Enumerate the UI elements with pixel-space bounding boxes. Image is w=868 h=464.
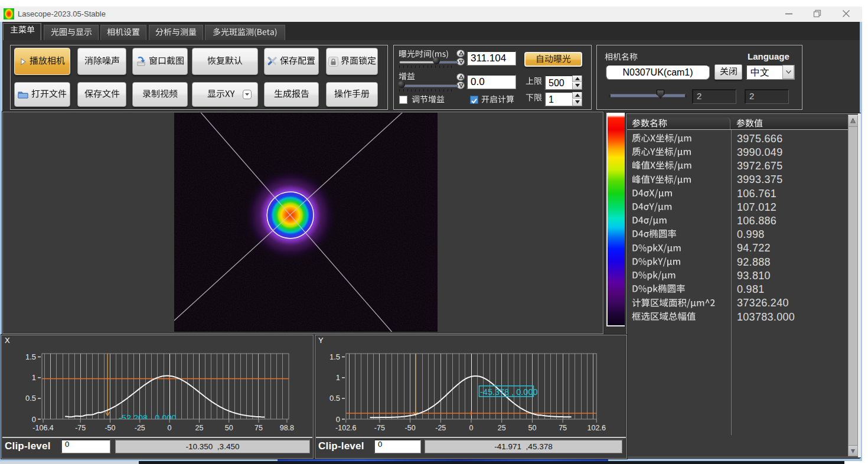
svg-text:1.5: 1.5 [25, 352, 36, 361]
svg-text:1.5: 1.5 [329, 352, 340, 361]
svg-text:50: 50 [225, 424, 233, 432]
svg-text:0: 0 [32, 415, 36, 424]
svg-text:102.6: 102.6 [588, 424, 606, 432]
svg-text:-25: -25 [135, 424, 145, 432]
svg-text:1: 1 [32, 373, 36, 382]
svg-text:50: 50 [528, 424, 536, 432]
svg-text:-25: -25 [435, 424, 446, 432]
svg-text:75: 75 [254, 424, 263, 432]
svg-text:0.5: 0.5 [329, 394, 340, 403]
svg-text:-52.208 , 0.000: -52.208 , 0.000 [119, 413, 177, 423]
svg-text:-50: -50 [405, 424, 416, 432]
svg-text:-50: -50 [105, 424, 115, 432]
svg-text:0.5: 0.5 [25, 394, 36, 403]
svg-text:75: 75 [559, 424, 567, 432]
svg-text:-106.4: -106.4 [32, 424, 53, 432]
svg-text:98.8: 98.8 [280, 424, 294, 432]
svg-text:25: 25 [195, 424, 203, 432]
svg-text:0: 0 [336, 415, 340, 424]
svg-text:-102.6: -102.6 [335, 424, 356, 432]
svg-text:0: 0 [168, 424, 172, 432]
svg-text:-75: -75 [75, 424, 86, 432]
svg-text:0: 0 [469, 424, 474, 432]
svg-text:-75: -75 [374, 424, 385, 432]
svg-text:25: 25 [498, 424, 506, 432]
svg-text:1: 1 [336, 373, 340, 382]
svg-text:-45.378 , 0.000: -45.378 , 0.000 [480, 387, 538, 397]
